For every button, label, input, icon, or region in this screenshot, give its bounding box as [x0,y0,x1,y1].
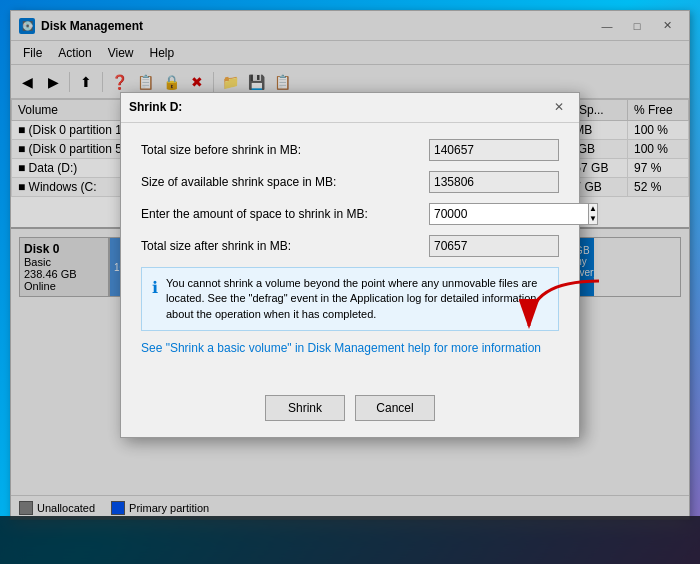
info-text: You cannot shrink a volume beyond the po… [166,276,548,322]
modal-overlay: Shrink D: ✕ Total size before shrink in … [11,11,689,519]
total-after-row: Total size after shrink in MB: [141,235,559,257]
info-box: ℹ You cannot shrink a volume beyond the … [141,267,559,331]
enter-amount-input[interactable] [429,203,588,225]
available-space-input[interactable] [429,171,559,193]
total-size-label: Total size before shrink in MB: [141,143,429,157]
available-space-label: Size of available shrink space in MB: [141,175,429,189]
total-after-label: Total size after shrink in MB: [141,239,429,253]
total-after-input[interactable] [429,235,559,257]
enter-amount-spinbox: ▲ ▼ [429,203,559,225]
spin-up-button[interactable]: ▲ [589,204,597,214]
dialog-content: Total size before shrink in MB: Size of … [121,123,579,387]
spin-down-button[interactable]: ▼ [589,214,597,224]
dialog-title-bar: Shrink D: ✕ [121,93,579,123]
dialog-close-button[interactable]: ✕ [547,97,571,117]
total-size-row: Total size before shrink in MB: [141,139,559,161]
cancel-button[interactable]: Cancel [355,395,435,421]
dialog-buttons: Shrink Cancel [121,387,579,437]
total-size-input[interactable] [429,139,559,161]
shrink-button[interactable]: Shrink [265,395,345,421]
spin-buttons: ▲ ▼ [588,203,598,225]
main-window: 💽 Disk Management — □ ✕ File Action View… [10,10,690,520]
enter-amount-row: Enter the amount of space to shrink in M… [141,203,559,225]
help-link[interactable]: See "Shrink a basic volume" in Disk Mana… [141,341,559,355]
info-icon: ℹ [152,277,158,322]
available-space-row: Size of available shrink space in MB: [141,171,559,193]
shrink-dialog: Shrink D: ✕ Total size before shrink in … [120,92,580,438]
taskbar [0,516,700,564]
dialog-title: Shrink D: [129,100,547,114]
enter-amount-label: Enter the amount of space to shrink in M… [141,207,429,221]
